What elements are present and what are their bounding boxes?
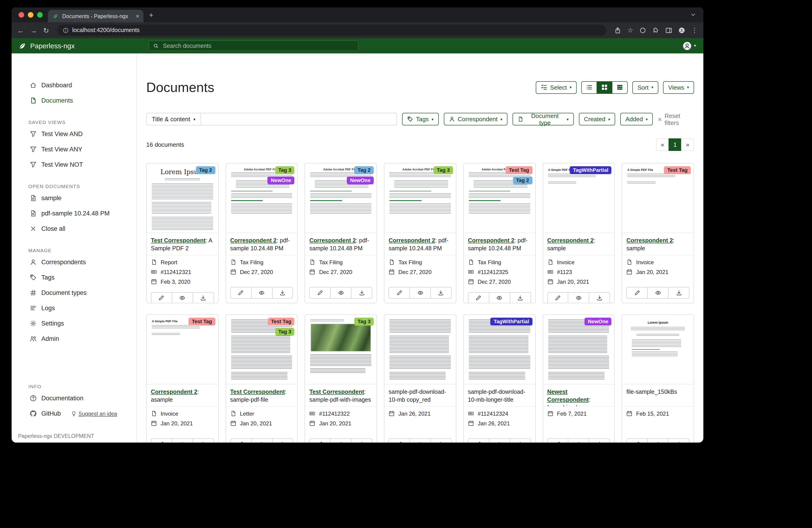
extensions-puzzle-icon[interactable]: [652, 27, 659, 34]
back-icon[interactable]: ←: [17, 27, 24, 34]
sidebar-item-close-all[interactable]: Close all: [12, 221, 136, 237]
sidebar-item-documentation[interactable]: Documentation: [12, 390, 136, 406]
download-button[interactable]: [272, 287, 293, 299]
view-details-button[interactable]: [581, 81, 597, 94]
correspondent-link[interactable]: Correspondent 2: [389, 237, 435, 244]
preview-button[interactable]: [647, 438, 669, 443]
sidebar-item-correspondents[interactable]: Correspondents: [12, 255, 136, 270]
created-filter-button[interactable]: Created ▾: [579, 113, 615, 126]
sidebar-item-open-document[interactable]: sample: [12, 190, 136, 206]
forward-icon[interactable]: →: [30, 27, 37, 34]
document-thumbnail[interactable]: A Simple PDF FileTest Tag: [147, 315, 218, 385]
edit-button[interactable]: [626, 287, 648, 299]
tag-badge[interactable]: NewOne: [267, 176, 294, 184]
preview-button[interactable]: [330, 287, 352, 299]
tags-filter-button[interactable]: Tags ▾: [402, 113, 439, 126]
correspondent-link[interactable]: Correspondent 2: [468, 237, 514, 244]
zoom-window-button[interactable]: [37, 12, 43, 18]
preview-button[interactable]: [409, 287, 431, 299]
document-thumbnail[interactable]: Tag 3: [305, 315, 377, 385]
sidebar-item-github[interactable]: GitHub Suggest an idea: [12, 406, 136, 421]
download-button[interactable]: [430, 287, 452, 299]
sidebar-item-logs[interactable]: Logs: [12, 300, 136, 316]
tag-badge[interactable]: NewOne: [585, 318, 612, 326]
download-button[interactable]: [589, 438, 610, 443]
app-brand[interactable]: Paperless-ngx: [18, 42, 148, 50]
tag-badge[interactable]: Test Tag: [188, 318, 215, 326]
tag-badge[interactable]: Test Tag: [268, 318, 294, 326]
edit-button[interactable]: [626, 438, 648, 443]
global-search[interactable]: [148, 40, 359, 51]
tag-badge[interactable]: Tag 3: [354, 318, 374, 326]
document-thumbnail[interactable]: Adobe Acrobat PDF FilesTag 2NewOne: [305, 163, 377, 233]
document-thumbnail[interactable]: Lorem ipsum: [622, 315, 694, 385]
correspondent-filter-button[interactable]: Correspondent ▾: [444, 113, 508, 126]
document-thumbnail[interactable]: A Simple PDF FileTagWithPartial: [543, 163, 614, 233]
preview-button[interactable]: [568, 292, 590, 303]
side-panel-icon[interactable]: [665, 27, 672, 34]
view-grid-button[interactable]: [597, 81, 612, 94]
correspondent-link[interactable]: Test Correspondent: [230, 389, 285, 395]
edit-button[interactable]: [230, 287, 251, 299]
document-thumbnail[interactable]: Adobe Acrobat PDF FilesTag 3: [385, 163, 456, 233]
correspondent-link[interactable]: Correspondent 2: [151, 389, 197, 395]
document-thumbnail[interactable]: [385, 315, 456, 385]
document-title[interactable]: sample-pdf-download-10-mb copy_red: [389, 389, 446, 403]
sidebar-item-saved-view[interactable]: Test View ANY: [12, 142, 136, 157]
minimize-window-button[interactable]: [28, 12, 33, 18]
sidebar-item-tags[interactable]: Tags: [12, 270, 136, 285]
sidebar-item-open-document[interactable]: pdf-sample 10.24.48 PM: [12, 206, 136, 221]
preview-button[interactable]: [251, 438, 272, 443]
document-title[interactable]: file-sample_150kBs: [626, 389, 677, 395]
document-thumbnail[interactable]: Lorem IpsumTag 2: [147, 163, 218, 233]
correspondent-link[interactable]: Test Correspondent: [151, 237, 206, 244]
edit-button[interactable]: [468, 292, 489, 303]
address-bar[interactable]: localhost:4200/documents: [57, 25, 607, 36]
sidebar-item-saved-view[interactable]: Test View AND: [12, 126, 136, 142]
page-next-button[interactable]: »: [681, 138, 694, 151]
browser-profile-avatar[interactable]: [678, 27, 685, 34]
edit-button[interactable]: [309, 287, 331, 299]
correspondent-link[interactable]: Correspondent 2: [626, 237, 673, 244]
tab-search-chevron-icon[interactable]: [690, 12, 696, 18]
tag-badge[interactable]: Tag 3: [275, 328, 294, 336]
correspondent-link[interactable]: Correspondent 2: [230, 237, 276, 244]
sidebar-item-documents[interactable]: Documents: [12, 93, 136, 108]
close-window-button[interactable]: [18, 12, 24, 18]
user-menu[interactable]: ▾: [682, 41, 696, 51]
preview-button[interactable]: [172, 438, 193, 443]
new-tab-button[interactable]: +: [149, 12, 154, 19]
page-prev-button[interactable]: «: [656, 138, 669, 151]
filter-field-dropdown[interactable]: Title & content ▾: [146, 113, 201, 126]
sort-button[interactable]: Sort ▾: [632, 81, 658, 94]
edit-button[interactable]: [389, 287, 410, 299]
edit-button[interactable]: [547, 438, 568, 443]
sidebar-item-saved-view[interactable]: Test View NOT: [12, 157, 136, 172]
download-button[interactable]: [272, 438, 293, 443]
sidebar-item-settings[interactable]: Settings: [12, 316, 136, 331]
preview-button[interactable]: [251, 287, 272, 299]
tag-badge[interactable]: Test Tag: [506, 166, 532, 174]
document-thumbnail[interactable]: Adobe Acrobat PDF FilesTest TagTag 2: [464, 163, 535, 233]
download-button[interactable]: [351, 438, 372, 443]
download-button[interactable]: [509, 292, 531, 303]
download-button[interactable]: [509, 438, 531, 443]
correspondent-link[interactable]: Correspondent 2: [309, 237, 356, 244]
document-thumbnail[interactable]: Test TagTag 3: [226, 315, 297, 385]
download-button[interactable]: [193, 438, 214, 443]
preview-button[interactable]: [409, 438, 431, 443]
added-filter-button[interactable]: Added ▾: [621, 113, 653, 126]
correspondent-link[interactable]: Newest Correspondent: [547, 389, 589, 403]
browser-tab[interactable]: Documents - Paperless-ngx ×: [48, 10, 143, 22]
sidebar-item-dashboard[interactable]: Dashboard: [12, 77, 136, 93]
tag-badge[interactable]: TagWithPartial: [491, 318, 532, 326]
edit-button[interactable]: [389, 438, 410, 443]
search-input[interactable]: [162, 42, 354, 49]
download-button[interactable]: [589, 292, 610, 303]
edit-button[interactable]: [151, 438, 172, 443]
preview-button[interactable]: [330, 438, 352, 443]
document-thumbnail[interactable]: Adobe Acrobat PDF FilesTag 3NewOne: [226, 163, 297, 233]
preview-button[interactable]: [568, 438, 590, 443]
edit-button[interactable]: [309, 438, 331, 443]
preview-button[interactable]: [172, 292, 193, 303]
